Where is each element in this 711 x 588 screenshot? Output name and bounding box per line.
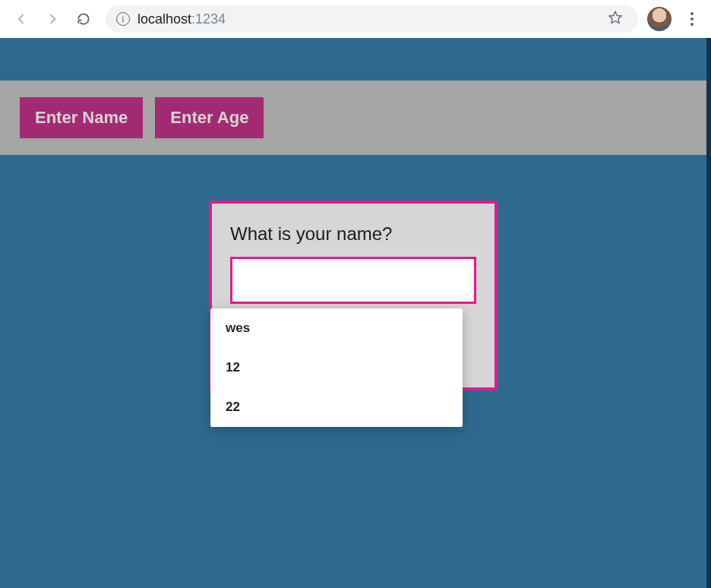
back-button[interactable] xyxy=(8,6,34,33)
autocomplete-item[interactable]: wes xyxy=(210,308,463,348)
url-text: localhost:1234 xyxy=(137,11,600,27)
autocomplete-dropdown: wes 12 22 xyxy=(210,308,463,427)
page-body: Enter Name Enter Age What is your name? … xyxy=(0,38,711,588)
browser-menu-button[interactable] xyxy=(681,8,703,30)
browser-toolbar: i localhost:1234 xyxy=(0,0,711,38)
name-dialog: What is your name? wes 12 22 xyxy=(209,201,498,390)
button-bar: Enter Name Enter Age xyxy=(0,81,706,155)
name-input[interactable] xyxy=(230,257,476,304)
forward-button[interactable] xyxy=(39,6,65,33)
autocomplete-item[interactable]: 22 xyxy=(210,387,463,427)
enter-name-button[interactable]: Enter Name xyxy=(20,97,143,138)
autocomplete-item[interactable]: 12 xyxy=(210,348,463,387)
reload-button[interactable] xyxy=(70,6,96,33)
address-bar[interactable]: i localhost:1234 xyxy=(106,5,638,33)
enter-age-button[interactable]: Enter Age xyxy=(155,97,264,138)
dialog-area: What is your name? wes 12 22 xyxy=(0,201,706,390)
kebab-icon xyxy=(690,12,694,26)
profile-avatar[interactable] xyxy=(647,7,672,31)
bookmark-star-icon[interactable] xyxy=(608,10,623,29)
site-info-icon[interactable]: i xyxy=(116,12,130,26)
url-host: localhost xyxy=(137,11,191,27)
page-inner: Enter Name Enter Age What is your name? … xyxy=(0,38,706,390)
dialog-title: What is your name? xyxy=(230,223,476,245)
url-port: :1234 xyxy=(191,11,226,27)
svg-marker-0 xyxy=(609,11,621,23)
